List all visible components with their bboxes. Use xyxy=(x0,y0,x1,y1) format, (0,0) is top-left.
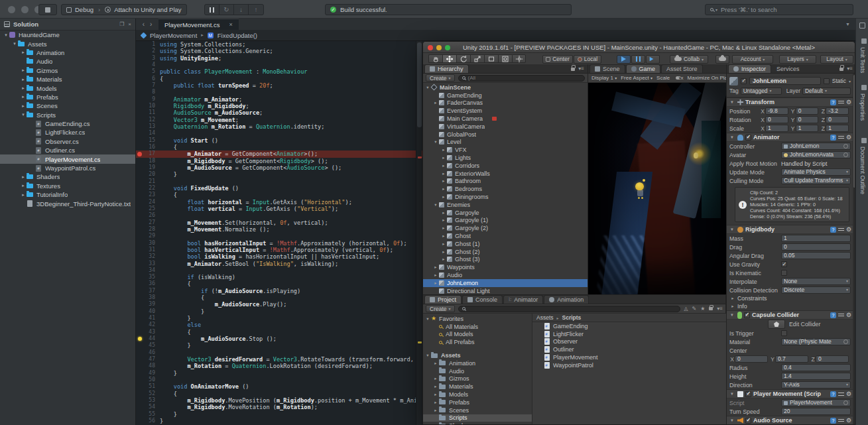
hierarchy-item[interactable]: ▸Waypoints xyxy=(423,263,588,271)
value-dropdown[interactable]: Animate Physics▾ xyxy=(781,168,851,176)
expander-icon[interactable]: ▾ xyxy=(20,112,27,117)
hierarchy-item[interactable]: Main Camera xyxy=(423,115,588,123)
tab-properties[interactable]: Properties xyxy=(856,82,868,121)
tab-asset-store[interactable]: Asset Store xyxy=(661,64,703,73)
project-tree-item[interactable]: ▾Assets xyxy=(423,351,532,359)
hierarchy-item[interactable]: ▸Ghost xyxy=(423,232,588,240)
presets-icon[interactable] xyxy=(838,418,844,424)
value-dropdown[interactable]: Y-Axis▾ xyxy=(781,381,851,389)
project-tree-item[interactable]: Scripts xyxy=(423,414,532,422)
hierarchy-item[interactable]: Directional Light xyxy=(423,287,588,294)
expander-icon[interactable]: ▾ xyxy=(424,353,431,358)
project-file-item[interactable]: Outliner xyxy=(532,345,726,353)
close-tab-icon[interactable]: × xyxy=(229,21,232,28)
unity-titlebar[interactable]: Unity 2019.1.6f1 - [PREVIEW PACKAGES IN … xyxy=(423,42,855,53)
object-picker-icon[interactable] xyxy=(843,400,848,405)
help-icon[interactable]: ? xyxy=(830,135,836,141)
expander-icon[interactable]: ▸ xyxy=(432,384,439,389)
dock-panel-icon[interactable]: ❐ xyxy=(119,21,124,27)
play-button[interactable] xyxy=(617,55,631,64)
hierarchy-item[interactable]: ▸Corridors xyxy=(423,162,588,170)
editor-tab-playermovement[interactable]: PlayerMovement.cs × xyxy=(158,19,239,30)
help-icon[interactable]: ? xyxy=(830,99,836,105)
presets-icon[interactable] xyxy=(838,227,844,233)
pause-debug-button[interactable] xyxy=(205,5,219,15)
hierarchy-create-button[interactable]: Create▾ xyxy=(426,74,455,82)
move-tool-button[interactable] xyxy=(442,54,456,63)
gear-icon[interactable]: ⚙ xyxy=(846,312,851,318)
solution-tree-item[interactable]: ▸Animation xyxy=(0,48,135,57)
expander-icon[interactable]: ▸ xyxy=(20,68,27,73)
project-tree-item[interactable]: All Models xyxy=(423,331,532,339)
expander-icon[interactable]: ▾ xyxy=(432,139,439,145)
value-field[interactable]: 0.4 xyxy=(781,364,851,371)
hierarchy-item[interactable]: EventSystem xyxy=(423,107,588,115)
solution-tree-item[interactable]: Audio xyxy=(0,57,135,66)
component-header[interactable]: ▾Audio Source?⚙ xyxy=(727,416,853,425)
hierarchy-item[interactable]: ▸Gargoyle (1) xyxy=(423,217,588,225)
solution-tree-item[interactable]: #Outliner.cs xyxy=(0,146,135,154)
solution-tree-item[interactable]: ▾HauntedGame xyxy=(0,30,135,39)
object-picker-icon[interactable] xyxy=(843,144,848,149)
tab-inspector[interactable]: Inspector xyxy=(728,64,771,73)
attach-target-label[interactable]: Attach to Unity and Play xyxy=(114,6,181,13)
object-picker-icon[interactable] xyxy=(843,152,848,157)
value-field[interactable]: 1.4 xyxy=(781,373,851,380)
enabled-checkbox[interactable] xyxy=(745,391,751,397)
expander-icon[interactable]: ▸ xyxy=(440,194,447,200)
presets-icon[interactable] xyxy=(838,135,844,141)
axis-field[interactable]: 1 xyxy=(796,125,819,132)
foldout-icon[interactable]: ▾ xyxy=(729,312,735,318)
help-icon[interactable]: ? xyxy=(830,418,836,424)
tab-animator[interactable]: ⁝:Animator xyxy=(503,295,543,304)
foldout-icon[interactable]: ▾ xyxy=(729,227,735,232)
custom-tool-button[interactable] xyxy=(512,54,526,63)
rect-tool-button[interactable] xyxy=(484,54,498,63)
active-checkbox[interactable] xyxy=(741,78,747,84)
cloud-services-button[interactable] xyxy=(715,55,729,64)
expander-icon[interactable]: ▸ xyxy=(440,249,447,255)
pivot-local-button[interactable]: Local xyxy=(574,55,601,64)
component-header[interactable]: ▾Rigidbody?⚙ xyxy=(727,225,853,234)
hierarchy-item[interactable]: ▸Lights xyxy=(423,154,588,162)
axis-field[interactable]: 0.7 xyxy=(775,355,808,363)
scrollbar-thumb[interactable] xyxy=(417,42,422,127)
foldout-icon[interactable]: ▾ xyxy=(729,391,735,396)
hierarchy-item[interactable]: ▾Level xyxy=(423,139,588,147)
breadcrumb-class[interactable]: PlayerMovement xyxy=(150,32,197,39)
hand-tool-button[interactable] xyxy=(428,54,442,63)
vs-window-controls[interactable] xyxy=(8,6,42,13)
expander-icon[interactable]: ▸ xyxy=(20,86,27,91)
project-file-item[interactable]: GameEnding xyxy=(532,322,726,330)
expander-icon[interactable]: ▸ xyxy=(440,163,447,168)
hierarchy-item[interactable]: ▸Gargoyle (2) xyxy=(423,224,588,232)
favorite-star-icon[interactable]: ★ xyxy=(700,306,705,312)
nav-back-icon[interactable]: ‹ xyxy=(143,21,145,28)
quick-fix-bulb-icon[interactable] xyxy=(138,337,142,341)
close-window-icon[interactable] xyxy=(8,6,15,13)
static-checkbox[interactable] xyxy=(824,78,830,84)
solution-tree-item[interactable]: #WaypointPatrol.cs xyxy=(0,164,135,172)
expander-icon[interactable]: ▸ xyxy=(20,183,27,188)
breadcrumb-method[interactable]: FixedUpdate() xyxy=(217,32,257,39)
solution-tree-item[interactable]: ▸Materials xyxy=(0,75,135,84)
expander-icon[interactable]: ▸ xyxy=(20,174,27,180)
step-out-button[interactable]: ↑ xyxy=(249,5,263,15)
lock-icon[interactable] xyxy=(709,307,713,310)
foldout-icon[interactable]: ▾ xyxy=(729,99,735,105)
expander-icon[interactable]: ▾ xyxy=(3,32,9,38)
enabled-checkbox[interactable] xyxy=(744,312,750,318)
project-file-item[interactable]: PlayerMovement xyxy=(532,353,726,361)
expander-icon[interactable]: ▸ xyxy=(432,265,439,270)
expander-icon[interactable]: ▸ xyxy=(440,217,447,223)
expander-icon[interactable]: ▾ xyxy=(432,202,439,208)
hierarchy-item[interactable]: ▾Enemies xyxy=(423,201,588,209)
solution-tree-item[interactable]: #LightFlicker.cs xyxy=(0,128,135,137)
tab-document-outline[interactable]: Document Outline xyxy=(856,135,868,194)
expander-icon[interactable]: ▸ xyxy=(440,233,447,239)
axis-field[interactable]: -9.8 xyxy=(765,107,788,115)
project-file-item[interactable]: LightFlicker xyxy=(532,330,726,338)
expander-icon[interactable]: ▸ xyxy=(440,147,447,152)
hierarchy-item[interactable]: ▸Bathroom xyxy=(423,178,588,186)
expander-icon[interactable]: ▸ xyxy=(432,376,439,381)
